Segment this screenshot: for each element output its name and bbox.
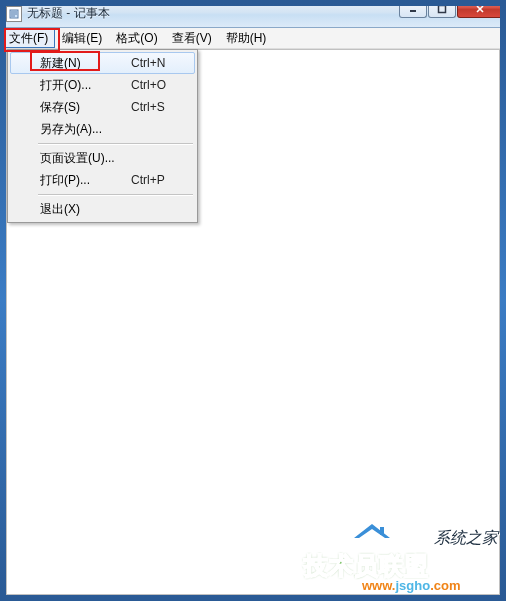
menu-item-shortcut: Ctrl+O xyxy=(131,78,181,92)
file-menu-new[interactable]: 新建(N) Ctrl+N xyxy=(10,52,195,74)
menu-separator xyxy=(38,143,193,144)
menu-item-label: 打开(O)... xyxy=(40,77,131,94)
close-button[interactable] xyxy=(457,0,503,18)
file-menu-print[interactable]: 打印(P)... Ctrl+P xyxy=(10,169,195,191)
watermark-top-text: 系统之家 xyxy=(434,528,498,549)
menubar: 文件(F) 编辑(E) 格式(O) 查看(V) 帮助(H) xyxy=(0,28,506,49)
file-menu-save[interactable]: 保存(S) Ctrl+S xyxy=(10,96,195,118)
menu-item-label: 退出(X) xyxy=(40,201,131,218)
window-title: 无标题 - 记事本 xyxy=(27,5,110,22)
menu-separator xyxy=(38,194,193,195)
file-menu-save-as[interactable]: 另存为(A)... xyxy=(10,118,195,140)
watermark: 系统之家 技术员联盟 www.jsgho.com xyxy=(304,528,504,598)
svg-marker-8 xyxy=(354,524,390,538)
menu-item-label: 页面设置(U)... xyxy=(40,150,131,167)
menu-item-shortcut: Ctrl+P xyxy=(131,173,181,187)
menu-edit[interactable]: 编辑(E) xyxy=(55,28,109,48)
roof-icon xyxy=(352,522,392,546)
watermark-url: www.jsgho.com xyxy=(362,578,460,593)
menu-item-label: 保存(S) xyxy=(40,99,131,116)
menu-help[interactable]: 帮助(H) xyxy=(219,28,274,48)
menu-file[interactable]: 文件(F) xyxy=(2,28,55,48)
svg-rect-9 xyxy=(380,527,384,535)
window-controls xyxy=(399,0,504,18)
menu-item-label: 新建(N) xyxy=(40,55,131,72)
minimize-button[interactable] xyxy=(399,0,427,18)
svg-rect-5 xyxy=(439,5,446,12)
file-menu-page-setup[interactable]: 页面设置(U)... xyxy=(10,147,195,169)
menu-item-label: 另存为(A)... xyxy=(40,121,131,138)
titlebar: 无标题 - 记事本 xyxy=(0,0,506,28)
menu-item-shortcut: Ctrl+N xyxy=(131,56,181,70)
app-icon xyxy=(6,6,22,22)
menu-view[interactable]: 查看(V) xyxy=(165,28,219,48)
file-menu-exit[interactable]: 退出(X) xyxy=(10,198,195,220)
file-menu-dropdown: 新建(N) Ctrl+N 打开(O)... Ctrl+O 保存(S) Ctrl+… xyxy=(7,49,198,223)
menu-format[interactable]: 格式(O) xyxy=(109,28,164,48)
maximize-button[interactable] xyxy=(428,0,456,18)
menu-item-shortcut: Ctrl+S xyxy=(131,100,181,114)
menu-item-label: 打印(P)... xyxy=(40,172,131,189)
file-menu-open[interactable]: 打开(O)... Ctrl+O xyxy=(10,74,195,96)
